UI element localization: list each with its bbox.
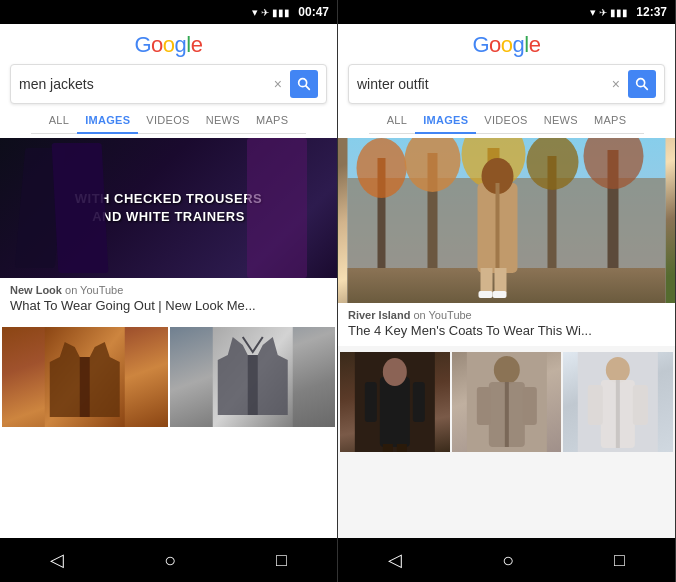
- back-button-right[interactable]: [388, 549, 402, 571]
- recent-button-left[interactable]: [276, 550, 287, 571]
- tab-all-left[interactable]: ALL: [41, 108, 77, 134]
- svg-line-1: [306, 86, 310, 90]
- svg-line-5: [644, 86, 648, 90]
- winter-outfit-thumb3[interactable]: [563, 352, 673, 452]
- battery-icon-right: ▮▮▮: [610, 7, 628, 18]
- svg-rect-31: [383, 444, 393, 452]
- tab-maps-left[interactable]: MAPS: [248, 108, 296, 134]
- search-icon-left: [296, 76, 312, 92]
- jacket-gray-svg: [170, 327, 336, 427]
- wifi-icon-right: ▾: [590, 6, 596, 19]
- logo-e-r: e: [529, 32, 541, 57]
- phone-right: ▾ ✈ ▮▮▮ 12:37 Google × ALL IMAGES VIDEOS…: [338, 0, 676, 582]
- winter-outfit-thumb1[interactable]: [340, 352, 450, 452]
- search-button-left[interactable]: [290, 70, 318, 98]
- search-bar-right[interactable]: ×: [348, 64, 665, 104]
- airplane-icon: ✈: [261, 7, 269, 18]
- logo-g2-r: g: [513, 32, 525, 57]
- svg-rect-21: [496, 183, 500, 273]
- logo-g: G: [134, 32, 151, 57]
- logo-g-r: G: [472, 32, 489, 57]
- video-card-left[interactable]: WITH CHECKED TROUSERSAND WHITE TRAINERS …: [0, 138, 337, 321]
- svg-rect-30: [413, 382, 425, 422]
- video-info-left: New Look on YouTube What To Wear Going O…: [0, 278, 337, 321]
- status-bar-right: ▾ ✈ ▮▮▮ 12:37: [338, 0, 675, 24]
- svg-rect-38: [523, 387, 537, 425]
- search-clear-right[interactable]: ×: [608, 76, 624, 92]
- tab-videos-right[interactable]: VIDEOS: [476, 108, 535, 134]
- battery-icon: ▮▮▮: [272, 7, 290, 18]
- svg-rect-27: [380, 377, 410, 447]
- tab-news-right[interactable]: NEWS: [536, 108, 586, 134]
- status-time-right: 12:37: [636, 5, 667, 19]
- tab-images-right[interactable]: IMAGES: [415, 108, 476, 134]
- status-icons-left: ▾ ✈ ▮▮▮: [252, 6, 290, 19]
- bottom-nav-left: [0, 538, 337, 582]
- recent-button-right[interactable]: [614, 550, 625, 571]
- google-header-right: Google × ALL IMAGES VIDEOS NEWS MAPS: [338, 24, 675, 138]
- video-thumbnail-right: [338, 138, 675, 303]
- search-button-right[interactable]: [628, 70, 656, 98]
- jacket-brown-thumb[interactable]: [2, 327, 168, 427]
- svg-rect-23: [495, 268, 507, 293]
- status-time-left: 00:47: [298, 5, 329, 19]
- svg-rect-24: [479, 291, 493, 298]
- tab-news-left[interactable]: NEWS: [198, 108, 248, 134]
- logo-e: e: [191, 32, 203, 57]
- logo-o1-r: o: [489, 32, 501, 57]
- airplane-icon-right: ✈: [599, 7, 607, 18]
- logo-o2: o: [163, 32, 175, 57]
- svg-rect-22: [481, 268, 493, 293]
- home-button-right[interactable]: [502, 549, 514, 572]
- search-icon-right: [634, 76, 650, 92]
- video-source-name-left: New Look: [10, 284, 62, 296]
- svg-rect-37: [477, 387, 491, 425]
- image-grid-left: [0, 325, 337, 429]
- nav-tabs-left: ALL IMAGES VIDEOS NEWS MAPS: [31, 108, 307, 134]
- bottom-grid-right: [338, 350, 675, 460]
- phone-left: ▾ ✈ ▮▮▮ 00:47 Google × ALL IMAGES VIDEOS…: [0, 0, 338, 582]
- search-input-left[interactable]: [19, 76, 270, 92]
- svg-rect-25: [493, 291, 507, 298]
- video-source-right: River Island on YouTube: [348, 309, 665, 321]
- svg-point-13: [357, 138, 407, 198]
- svg-rect-45: [578, 352, 658, 452]
- search-clear-left[interactable]: ×: [270, 76, 286, 92]
- video-info-right: River Island on YouTube The 4 Key Men's …: [338, 303, 675, 346]
- content-area-left: WITH CHECKED TROUSERSAND WHITE TRAINERS …: [0, 138, 337, 538]
- video-thumbnail-left: WITH CHECKED TROUSERSAND WHITE TRAINERS: [0, 138, 337, 278]
- google-header-left: Google × ALL IMAGES VIDEOS NEWS MAPS: [0, 24, 337, 138]
- svg-rect-36: [505, 382, 509, 447]
- winter-outfit-thumb2[interactable]: [452, 352, 562, 452]
- jacket-gray-thumb[interactable]: [170, 327, 336, 427]
- tab-maps-right[interactable]: MAPS: [586, 108, 634, 134]
- video-title-right: The 4 Key Men's Coats To Wear This Wi...: [348, 323, 665, 338]
- tab-videos-left[interactable]: VIDEOS: [138, 108, 197, 134]
- svg-rect-29: [365, 382, 377, 422]
- search-input-right[interactable]: [357, 76, 608, 92]
- logo-g2: g: [175, 32, 187, 57]
- logo-o1: o: [151, 32, 163, 57]
- video-card-right[interactable]: River Island on YouTube The 4 Key Men's …: [338, 138, 675, 346]
- content-area-right: River Island on YouTube The 4 Key Men's …: [338, 138, 675, 538]
- nav-tabs-right: ALL IMAGES VIDEOS NEWS MAPS: [369, 108, 645, 134]
- status-icons-right: ▾ ✈ ▮▮▮: [590, 6, 628, 19]
- winter2-svg: [452, 352, 562, 452]
- autumn-bg-svg: [338, 138, 675, 303]
- google-logo-left: Google: [134, 32, 202, 58]
- search-bar-left[interactable]: ×: [10, 64, 327, 104]
- svg-point-34: [494, 356, 520, 384]
- google-logo-right: Google: [472, 32, 540, 58]
- svg-rect-32: [397, 444, 407, 452]
- status-bar-left: ▾ ✈ ▮▮▮ 00:47: [0, 0, 337, 24]
- bottom-nav-right: [338, 538, 675, 582]
- winter1-svg: [340, 352, 450, 452]
- tab-all-right[interactable]: ALL: [379, 108, 415, 134]
- jacket-brown-svg: [2, 327, 168, 427]
- back-button-left[interactable]: [50, 549, 64, 571]
- video-title-left: What To Wear Going Out | New Look Me...: [10, 298, 327, 313]
- tab-images-left[interactable]: IMAGES: [77, 108, 138, 134]
- home-button-left[interactable]: [164, 549, 176, 572]
- wifi-icon: ▾: [252, 6, 258, 19]
- logo-o2-r: o: [501, 32, 513, 57]
